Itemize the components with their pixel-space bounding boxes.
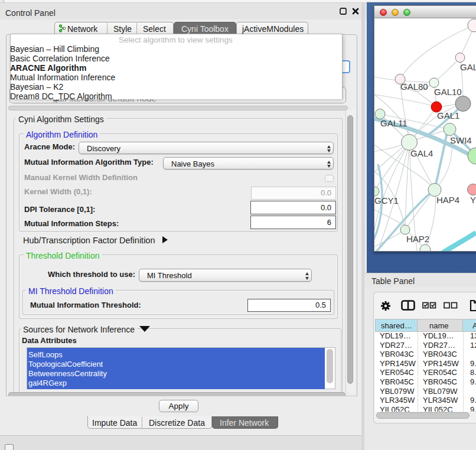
svg-text:GAL10: GAL10 xyxy=(434,87,462,97)
svg-text:SWI4: SWI4 xyxy=(450,135,472,145)
svg-text:GAL80: GAL80 xyxy=(400,81,428,92)
svg-text:GAL1: GAL1 xyxy=(437,110,459,120)
svg-text:HAP2: HAP2 xyxy=(406,234,429,244)
svg-text:HAP4: HAP4 xyxy=(436,195,459,205)
svg-text:Y: Y xyxy=(470,195,476,205)
svg-text:GAL7: GAL7 xyxy=(460,62,476,72)
svg-text:GAL4: GAL4 xyxy=(410,148,433,158)
svg-text:GAL11: GAL11 xyxy=(380,118,407,128)
svg-text:GCY1: GCY1 xyxy=(374,195,399,206)
